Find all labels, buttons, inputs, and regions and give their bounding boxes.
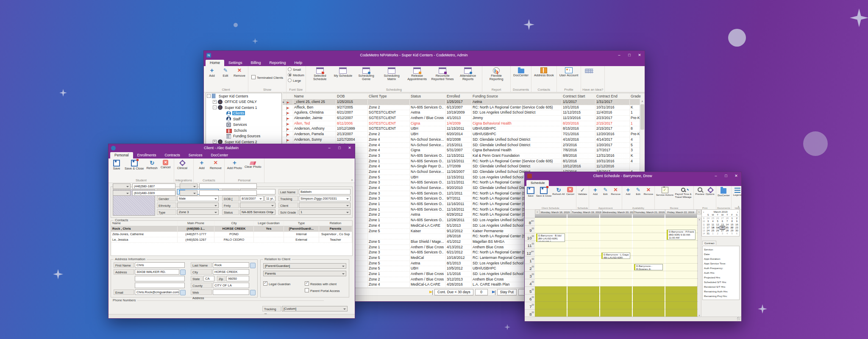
minical-day[interactable]: 15 (729, 223, 734, 226)
column-header[interactable]: Contract End (595, 93, 630, 99)
maximize-button[interactable]: □ (624, 51, 634, 59)
minical-day[interactable]: 18 (710, 226, 715, 229)
tree-item[interactable]: Schools (206, 128, 281, 133)
ribbon-tab[interactable]: Home (206, 60, 224, 66)
ribbon-button[interactable]: Selected Schedule (307, 67, 333, 82)
minical-day[interactable]: 12 (702, 226, 706, 229)
minical-day[interactable]: 22 (729, 226, 734, 229)
day-header[interactable]: Wednesday, March 20, 2019 (603, 209, 634, 214)
minical-day[interactable]: 19 (715, 226, 720, 229)
scroll-up-icon[interactable]: ∧ (640, 99, 645, 103)
minical-day[interactable]: 31 (706, 232, 710, 235)
contact-row[interactable]: Rock , Chris (446)580-1... HORSE CREEK Y… (111, 226, 352, 232)
minical-day[interactable]: 5 (715, 220, 720, 223)
ribbon-button[interactable]: Cancel (159, 159, 172, 170)
client-tab[interactable]: Contracts (160, 152, 184, 158)
table-row[interactable]: Anderson, Sunny 12/17/2004 Zone 4 NA-Sch… (283, 137, 645, 143)
contacts-column-header[interactable]: Type (284, 221, 319, 226)
ribbon-button[interactable]: Scheduling Genie (353, 67, 379, 82)
minical-day[interactable]: 20 (720, 226, 725, 229)
ribbon-button[interactable]: Save (526, 186, 536, 198)
column-header[interactable]: Funding Source (472, 93, 562, 99)
tree-item[interactable]: Clients (206, 111, 281, 117)
legal-guardian-checkbox[interactable]: Legal Guardian (263, 279, 290, 287)
minical-day[interactable]: 4 (725, 232, 729, 235)
ribbon-button[interactable]: Remove (610, 186, 620, 196)
contact-card-icon[interactable] (250, 263, 256, 268)
column-header[interactable]: Contract Start (562, 93, 595, 99)
ribbon-button[interactable] (582, 67, 596, 74)
ribbon-tab[interactable]: Settings (224, 60, 247, 66)
ribbon-button[interactable]: Refresh (145, 159, 159, 170)
table-row[interactable]: ▸ _client 25, client 25 1/25/2015 1/25/2… (283, 100, 645, 105)
relation-select[interactable]: [Parent/Guardian] (263, 263, 346, 269)
appointment[interactable]: D.Barrymore - L.Gaga [BII-LAUSD:60R] 12:… (601, 253, 630, 259)
minical-day[interactable]: 17 (706, 226, 710, 229)
relation-detail-select[interactable]: Parents (263, 271, 346, 276)
phone-type-select[interactable] (180, 190, 198, 196)
phone-type-select[interactable] (113, 183, 131, 189)
ribbon-button[interactable]: Flexible Reporting (484, 67, 509, 82)
ribbon-button[interactable]: Refresh All (552, 186, 565, 196)
client-tab[interactable]: Services (184, 152, 207, 158)
tree-expander-icon[interactable]: - (207, 94, 211, 98)
maximize-button[interactable]: □ (334, 144, 345, 152)
minical-day[interactable]: 8 (729, 220, 734, 223)
column-header[interactable]: Name (293, 93, 336, 99)
zip-field[interactable]: 96050 (226, 276, 249, 281)
minical-day[interactable]: 10 (702, 220, 706, 223)
day-column[interactable] (600, 218, 632, 317)
schedule-titlebar[interactable]: Client Schedule - Barrymore, Drew – □ ✕ (525, 172, 741, 180)
ribbon-button[interactable]: Clinical (175, 159, 189, 170)
globe-icon[interactable] (250, 290, 256, 295)
tree-expander-icon[interactable]: - (213, 106, 217, 109)
minical-day[interactable]: 27 (720, 229, 725, 232)
tree-expander-icon[interactable]: + (213, 100, 217, 104)
minimize-button[interactable]: – (324, 144, 334, 152)
minical-day[interactable]: 1 (729, 217, 734, 220)
ribbon-button[interactable]: Remove (643, 186, 654, 196)
minical-day[interactable]: 10 (706, 223, 710, 226)
contacts-column-header[interactable]: Relation (319, 221, 352, 226)
guardian-first-name-field[interactable]: Chris (135, 262, 185, 268)
contacts-column-header[interactable]: Main Phone (178, 221, 214, 226)
ribbon-button[interactable]: Validate (577, 186, 587, 196)
resize-grip[interactable] (737, 317, 740, 320)
tracking-id-custom-select[interactable]: [Custom] (282, 306, 348, 311)
appointment[interactable]: D.Barrymore - R.Downey Jr. [BID:60R] 2:0… (634, 264, 663, 270)
minical-next-icon[interactable]: › (737, 210, 738, 213)
ribbon-button[interactable]: Options (705, 186, 715, 196)
tree-item[interactable]: Funding Sources (206, 133, 281, 139)
phone-type-select[interactable] (113, 190, 131, 196)
contacts-column-header[interactable]: Legal Guardian (254, 221, 284, 226)
minical-day[interactable]: 25 (710, 229, 715, 232)
ribbon-tab[interactable]: Reporting (265, 60, 290, 66)
family-language-select[interactable] (240, 203, 275, 208)
ribbon-tab[interactable]: Billing (247, 60, 265, 66)
tree-item[interactable]: - Super Kid Centers (206, 93, 281, 99)
ribbon-tab[interactable]: Help (290, 60, 307, 66)
scroll-up-icon[interactable]: ∧ (698, 218, 701, 221)
minical-day[interactable]: 21 (725, 226, 729, 229)
ribbon-button[interactable]: Edit (633, 186, 643, 196)
phone-number-field[interactable] (199, 183, 257, 189)
minical-day[interactable]: 14 (725, 223, 729, 226)
day-column[interactable] (568, 218, 599, 317)
contacts-column-header[interactable]: City (214, 221, 254, 226)
ribbon-button[interactable]: Address Book (533, 67, 555, 78)
minical-day[interactable]: 3 (706, 220, 710, 223)
ribbon-button[interactable]: Service Actions (656, 186, 674, 197)
minical-day[interactable]: 23 (734, 226, 739, 229)
minical-day[interactable]: 13 (702, 229, 706, 232)
web-address-field[interactable] (213, 289, 249, 295)
minical-day[interactable]: 26 (715, 229, 720, 232)
minical-day[interactable]: 4 (710, 220, 715, 223)
ribbon-button[interactable]: Remove (209, 159, 223, 170)
day-header[interactable]: Monday, March 18, 2019 (540, 209, 571, 214)
table-row[interactable]: Anderson, Pamela 2/13/2007 Zone 2 UBH 6/… (283, 132, 645, 137)
ribbon-button[interactable]: Add (623, 186, 633, 196)
ribbon-button[interactable]: Add Photo (226, 159, 243, 170)
ribbon-button[interactable]: Payroll Time & Travel Mileage (674, 186, 693, 199)
minical-day[interactable]: 16 (734, 223, 739, 226)
minical-day[interactable]: 30 (734, 229, 739, 232)
